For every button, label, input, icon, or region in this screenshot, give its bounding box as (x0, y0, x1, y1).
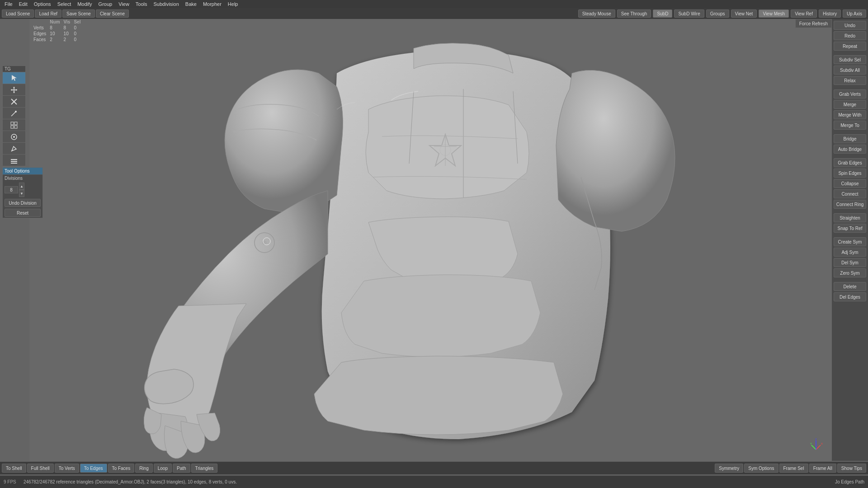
bridge-button[interactable]: Bridge (834, 134, 866, 143)
loop-button[interactable]: Loop (154, 464, 172, 473)
redo-button[interactable]: Redo (834, 31, 866, 40)
see-through-toggle[interactable]: See Through (617, 9, 651, 18)
ring-button[interactable]: Ring (135, 464, 153, 473)
svg-line-28 (816, 445, 821, 450)
view-mesh-toggle[interactable]: View Mesh (759, 9, 789, 18)
tool-pen-btn[interactable] (3, 143, 25, 155)
load-ref-button[interactable]: Load Ref (35, 9, 61, 18)
auto-bridge-button[interactable]: Auto Bridge (834, 145, 866, 154)
to-verts-button[interactable]: To Verts (55, 464, 79, 473)
divisions-label: Divisions (3, 175, 42, 182)
divisions-up-btn[interactable]: ▲ (19, 183, 24, 190)
to-shell-button[interactable]: To Shell (2, 464, 26, 473)
stats-vis: 8 (62, 25, 72, 31)
menu-subdivision[interactable]: Subdivision (151, 1, 182, 7)
collapse-button[interactable]: Collapse (834, 179, 866, 188)
groups-toggle[interactable]: Groups (706, 9, 729, 18)
up-axis-toggle[interactable]: Up Axis (843, 9, 866, 18)
snap-to-ref-button[interactable]: Snap To Ref (834, 224, 866, 233)
toolbar: Load Scene Load Ref Save Scene Clear Sce… (0, 8, 868, 19)
tool-select-btn[interactable] (3, 72, 25, 84)
tool-draw-btn[interactable] (3, 108, 25, 119)
status-text: 246782/246782 reference triangles (Decim… (24, 479, 833, 484)
reset-button[interactable]: Reset (5, 209, 41, 217)
grab-edges-button[interactable]: Grab Edges (834, 158, 866, 167)
tool-options-label: Tool Options (3, 168, 42, 175)
triangles-button[interactable]: Triangles (191, 464, 218, 473)
menu-file[interactable]: File (2, 1, 15, 7)
load-scene-button[interactable]: Load Scene (2, 9, 34, 18)
steady-mouse-toggle[interactable]: Steady Mouse (578, 9, 615, 18)
menu-bake[interactable]: Bake (183, 1, 199, 7)
symmetry-button[interactable]: Symmetry (715, 464, 743, 473)
view-ref-toggle[interactable]: View Ref (791, 9, 817, 18)
subdiv-all-button[interactable]: Subdiv All (834, 66, 866, 75)
to-faces-button[interactable]: To Faces (108, 464, 135, 473)
svg-rect-17 (11, 159, 17, 160)
menu-options[interactable]: Options (31, 1, 54, 7)
spin-edges-button[interactable]: Spin Edges (834, 169, 866, 178)
to-edges-button[interactable]: To Edges (80, 464, 107, 473)
tool-circle-btn[interactable] (3, 131, 25, 143)
repeat-button[interactable]: Repeat (834, 42, 866, 51)
menu-help[interactable]: Help (225, 1, 241, 7)
connect-button[interactable]: Connect (834, 189, 866, 198)
svg-text:Z: Z (815, 438, 817, 441)
force-refresh-button[interactable]: Force Refresh (795, 19, 832, 28)
stats-sel: 0 (72, 25, 82, 31)
svg-point-15 (13, 136, 15, 138)
merge-to-button[interactable]: Merge To (834, 121, 866, 130)
undo-division-button[interactable]: Undo Division (5, 199, 41, 207)
stats-header-num: Num (48, 19, 61, 25)
sym-options-button[interactable]: Sym Options (744, 464, 778, 473)
divisions-row: ▲ ▼ (3, 182, 42, 198)
tool-cross-btn[interactable] (3, 96, 25, 108)
connect-ring-button[interactable]: Connect Ring (834, 200, 866, 209)
zero-sym-button[interactable]: Zero Sym (834, 268, 866, 277)
undo-button[interactable]: Undo (834, 21, 866, 30)
stats-num: 8 (48, 25, 61, 31)
svg-text:Y: Y (810, 442, 812, 445)
relax-button[interactable]: Relax (834, 76, 866, 85)
tool-move-btn[interactable] (3, 84, 25, 96)
del-sym-button[interactable]: Del Sym (834, 258, 866, 267)
stats-label: Edges (32, 31, 48, 37)
frame-all-button[interactable]: Frame All (809, 464, 836, 473)
subd-wire-toggle[interactable]: SubD Wire (674, 9, 704, 18)
right-panel: Undo Redo Repeat Subdiv Sel Subdiv All R… (832, 19, 868, 461)
merge-button[interactable]: Merge (834, 100, 866, 109)
save-scene-button[interactable]: Save Scene (62, 9, 95, 18)
path-button[interactable]: Path (173, 464, 190, 473)
svg-marker-4 (11, 89, 12, 91)
delete-button[interactable]: Delete (834, 282, 866, 291)
tool-dots-btn[interactable] (3, 155, 25, 166)
stats-sel: 0 (72, 31, 82, 37)
svg-line-8 (11, 112, 16, 116)
menu-select[interactable]: Select (55, 1, 74, 7)
grab-verts-button[interactable]: Grab Verts (834, 89, 866, 99)
subdiv-sel-button[interactable]: Subdiv Sel (834, 55, 866, 64)
full-shell-button[interactable]: Full Shell (27, 464, 54, 473)
viewport[interactable]: X Y Z (29, 19, 832, 461)
del-edges-button[interactable]: Del Edges (834, 292, 866, 301)
create-sym-button[interactable]: Create Sym (834, 237, 866, 246)
menu-view[interactable]: View (116, 1, 132, 7)
tg-label: TG (3, 66, 25, 72)
merge-with-button[interactable]: Merge With (834, 110, 866, 119)
show-tips-button[interactable]: Show Tips (837, 464, 866, 473)
frame-sel-button[interactable]: Frame Sel (779, 464, 808, 473)
divisions-input[interactable] (5, 186, 18, 193)
adj-sym-button[interactable]: Adj Sym (834, 248, 866, 257)
menu-tools[interactable]: Tools (133, 1, 150, 7)
history-toggle[interactable]: History (819, 9, 841, 18)
tool-grid-btn[interactable] (3, 119, 25, 131)
straighten-button[interactable]: Straighten (834, 213, 866, 222)
clear-scene-button[interactable]: Clear Scene (96, 9, 129, 18)
menu-morpher[interactable]: Morpher (200, 1, 224, 7)
view-net-toggle[interactable]: View Net (731, 9, 757, 18)
subd-toggle[interactable]: SubD (653, 9, 672, 18)
divisions-down-btn[interactable]: ▼ (19, 190, 24, 197)
menu-modify[interactable]: Modify (75, 1, 94, 7)
menu-edit[interactable]: Edit (16, 1, 30, 7)
menu-group[interactable]: Group (96, 1, 115, 7)
